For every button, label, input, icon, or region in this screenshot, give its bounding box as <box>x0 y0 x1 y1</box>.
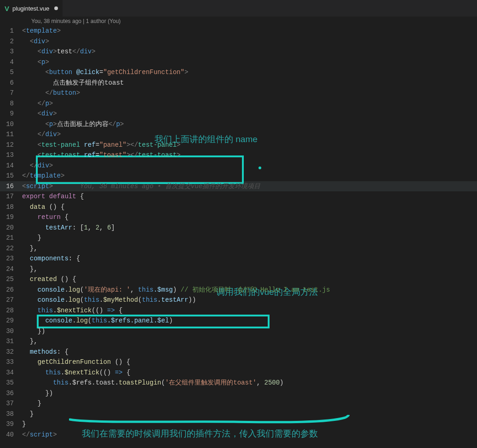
line-number: 37 <box>0 398 22 409</box>
line-number: 28 <box>0 305 22 316</box>
code-line[interactable]: 3 <div>test</div> <box>0 46 477 57</box>
line-number: 26 <box>0 285 22 295</box>
code-line[interactable]: 36 }) <box>0 388 477 399</box>
codelens-authors[interactable]: You, 38 minutes ago | 1 author (You) <box>0 17 477 26</box>
line-number: 29 <box>0 316 22 326</box>
line-number: 30 <box>0 326 22 337</box>
line-number: 10 <box>0 119 22 130</box>
line-number: 9 <box>0 109 22 119</box>
code-line[interactable]: 19 return { <box>0 212 477 223</box>
code-line[interactable]: 30 }) <box>0 326 477 337</box>
code-line[interactable]: 18 data () { <box>0 202 477 213</box>
line-number: 4 <box>0 57 22 68</box>
code-line[interactable]: 26 console.log('现在的api: ', this.$msg) //… <box>0 285 477 295</box>
code-line[interactable]: 21 } <box>0 233 477 243</box>
line-number: 17 <box>0 191 22 202</box>
code-line[interactable]: 8 </p> <box>0 98 477 109</box>
line-number: 12 <box>0 140 22 150</box>
code-line[interactable]: 40</script> <box>0 430 477 440</box>
line-number: 14 <box>0 161 22 171</box>
code-line[interactable]: 23 components: { <box>0 253 477 264</box>
line-number: 19 <box>0 212 22 223</box>
line-number: 3 <box>0 46 22 57</box>
line-number: 39 <box>0 419 22 430</box>
line-number: 40 <box>0 430 22 440</box>
code-line[interactable]: 13 <test-toast ref="toast"></test-toast> <box>0 150 477 161</box>
line-number: 8 <box>0 98 22 109</box>
editor-tab[interactable]: V plugintest.vue <box>0 0 63 17</box>
line-number: 20 <box>0 223 22 233</box>
code-line[interactable]: 4 <p> <box>0 57 477 68</box>
line-number: 6 <box>0 78 22 88</box>
code-line[interactable]: 7 </button> <box>0 88 477 98</box>
line-number: 21 <box>0 233 22 243</box>
code-line[interactable]: 1<template> <box>0 26 477 36</box>
code-line[interactable]: 11 </div> <box>0 129 477 140</box>
code-line[interactable]: 25 created () { <box>0 274 477 285</box>
tab-filename: plugintest.vue <box>12 5 49 12</box>
line-number: 24 <box>0 264 22 275</box>
line-number: 25 <box>0 274 22 285</box>
line-number: 22 <box>0 243 22 254</box>
code-line[interactable]: 27 console.log(this.$myMethod(this.testA… <box>0 295 477 305</box>
line-number: 15 <box>0 171 22 181</box>
code-line[interactable]: 9 <div> <box>0 109 477 119</box>
code-line[interactable]: 20 testArr: [1, 2, 6] <box>0 223 477 233</box>
line-number: 32 <box>0 347 22 357</box>
line-number: 23 <box>0 253 22 264</box>
line-number: 11 <box>0 129 22 140</box>
code-line[interactable]: 5 <button @click="getChildrenFunction"> <box>0 67 477 78</box>
code-line[interactable]: 34 this.$nextTick(() => { <box>0 368 477 378</box>
line-number: 2 <box>0 36 22 47</box>
code-line[interactable]: 32 methods: { <box>0 347 477 357</box>
code-line[interactable]: 16<script> You, 38 minutes ago • 首次提交vue… <box>0 181 477 192</box>
code-line[interactable]: 24 }, <box>0 264 477 275</box>
line-number: 18 <box>0 202 22 213</box>
line-number: 35 <box>0 378 22 388</box>
code-line[interactable]: 12 <test-panel ref="panel"></test-panel> <box>0 140 477 150</box>
code-editor[interactable]: 我们上面讲的组件的 name 调用我们的vue的全局方法 我们在需要的时候调用我… <box>0 26 477 440</box>
line-number: 1 <box>0 26 22 36</box>
line-number: 16 <box>0 181 22 192</box>
code-line[interactable]: 28 this.$nextTick(() => { <box>0 305 477 316</box>
line-number: 38 <box>0 409 22 419</box>
line-number: 36 <box>0 388 22 399</box>
code-line[interactable]: 15</template> <box>0 171 477 181</box>
line-number: 33 <box>0 357 22 368</box>
line-number: 5 <box>0 67 22 78</box>
code-line[interactable]: 10 <p>点击面板上的内容</p> <box>0 119 477 130</box>
vue-file-icon: V <box>5 5 9 12</box>
code-line[interactable]: 22 }, <box>0 243 477 254</box>
code-line[interactable]: 35 this.$refs.toast.toastPlugin('在父组件里触发… <box>0 378 477 388</box>
code-line[interactable]: 39} <box>0 419 477 430</box>
code-line[interactable]: 29 console.log(this.$refs.panel.$el) <box>0 316 477 326</box>
line-number: 27 <box>0 295 22 305</box>
code-line[interactable]: 17export default { <box>0 191 477 202</box>
code-line[interactable]: 31 }, <box>0 336 477 347</box>
modified-indicator-icon <box>54 6 58 10</box>
code-line[interactable]: 6 点击触发子组件的toast <box>0 78 477 88</box>
code-line[interactable]: 38 } <box>0 409 477 419</box>
code-line[interactable]: 14 </div> <box>0 161 477 171</box>
line-number: 7 <box>0 88 22 98</box>
line-number: 31 <box>0 336 22 347</box>
code-line[interactable]: 37 } <box>0 398 477 409</box>
code-line[interactable]: 2 <div> <box>0 36 477 47</box>
line-number: 13 <box>0 150 22 161</box>
line-number: 34 <box>0 368 22 378</box>
tab-bar: V plugintest.vue <box>0 0 477 17</box>
code-line[interactable]: 33 getChildrenFunction () { <box>0 357 477 368</box>
